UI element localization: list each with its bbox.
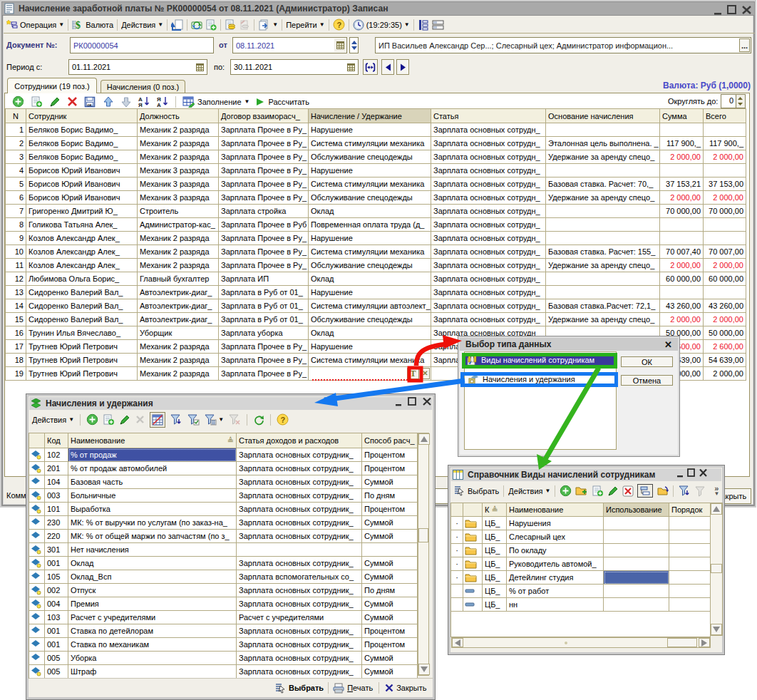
svg-text:ок: ок [88,102,92,106]
svg-text:?: ? [336,21,341,29]
svg-text:А: А [157,102,161,108]
svg-text:?: ? [281,416,286,424]
svg-text:Я: Я [138,102,143,108]
svg-text:$: $ [76,20,81,31]
